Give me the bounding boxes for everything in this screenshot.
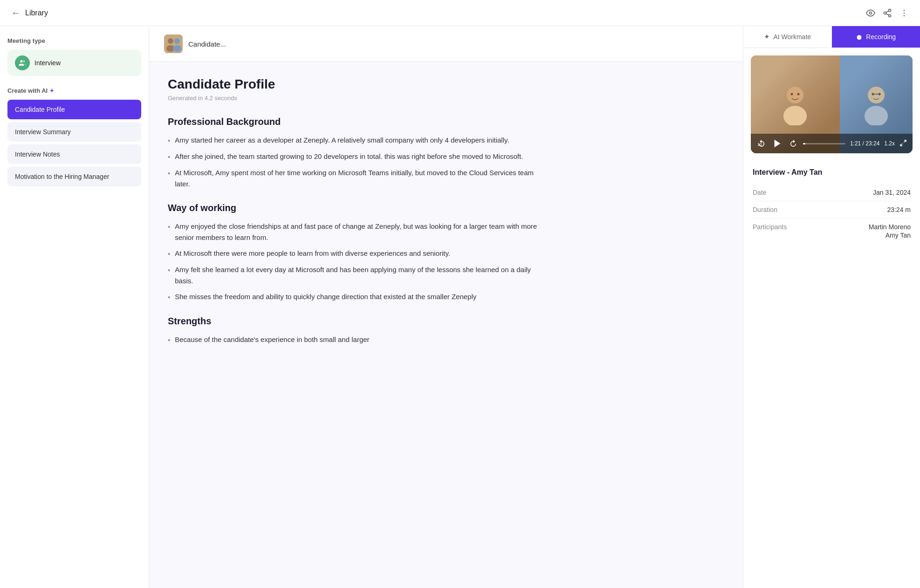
nav-interview-notes[interactable]: Interview Notes	[7, 144, 141, 164]
participants-label: Participants	[753, 223, 787, 231]
share-button[interactable]	[883, 8, 892, 18]
working-bullets: Amy enjoyed the close friendships at and…	[168, 221, 541, 303]
section-heading-working: Way of working	[168, 203, 541, 213]
strengths-bullets: Because of the candidate's experience in…	[168, 334, 541, 346]
content-area: Candidate... Candidate Profile Generated…	[149, 26, 743, 588]
svg-marker-25	[775, 140, 781, 148]
svg-point-2	[884, 12, 886, 14]
svg-point-9	[20, 60, 22, 62]
svg-point-19	[868, 87, 885, 103]
svg-point-20	[865, 106, 888, 125]
eye-icon	[866, 8, 875, 18]
svg-point-18	[797, 93, 800, 96]
header: ← Library	[0, 0, 920, 26]
recording-icon: ⏺	[856, 33, 863, 41]
eye-button[interactable]	[866, 8, 875, 18]
nav-interview-summary[interactable]: Interview Summary	[7, 122, 141, 142]
more-icon	[899, 8, 909, 18]
tab-ai-workmate-label: AI Workmate	[773, 33, 811, 41]
interview-details: Interview - Amy Tan Date Jan 31, 2024 Du…	[743, 161, 920, 251]
svg-point-8	[904, 15, 905, 16]
section-heading-professional: Professional Background	[168, 116, 541, 127]
share-icon	[883, 8, 892, 18]
bullet-item: Amy felt she learned a lot every day at …	[168, 264, 541, 287]
participants-value: Martin Moreno Amy Tan	[869, 223, 911, 239]
create-ai-section: Create with AI ✦ Candidate Profile Inter…	[7, 87, 141, 189]
fullscreen-button[interactable]	[899, 139, 907, 148]
svg-point-13	[174, 38, 180, 44]
panel-tabs: ✦ AI Workmate ⏺ Recording	[743, 26, 920, 48]
detail-row-participants: Participants Martin Moreno Amy Tan	[753, 219, 911, 244]
meeting-type-icon	[15, 55, 30, 70]
bullet-item: At Microsoft, Amy spent most of her time…	[168, 167, 541, 190]
duration-label: Duration	[753, 206, 777, 213]
video-container: 10 1:21 / 23:24 1.2x	[751, 55, 913, 153]
header-title: Library	[25, 9, 48, 17]
participant1: Martin Moreno	[869, 223, 911, 231]
svg-point-11	[168, 38, 173, 44]
duration-value: 23:24 m	[887, 206, 911, 213]
progress-fill	[803, 143, 805, 144]
svg-line-5	[886, 11, 889, 12]
nav-candidate-profile[interactable]: Candidate Profile	[7, 100, 141, 119]
date-label: Date	[753, 189, 767, 196]
play-button[interactable]	[771, 137, 783, 150]
more-button[interactable]	[899, 8, 909, 18]
meeting-type-label: Meeting type	[7, 37, 141, 44]
meeting-type-name: Interview	[34, 59, 61, 67]
rewind-button[interactable]: 10	[756, 138, 767, 149]
speed-button[interactable]: 1.2x	[884, 140, 895, 147]
candidate-header: Candidate...	[149, 26, 743, 62]
svg-point-3	[889, 14, 891, 17]
bullet-item: Amy started her career as a developer at…	[168, 135, 541, 146]
svg-line-4	[886, 14, 889, 15]
svg-line-27	[900, 144, 903, 146]
ai-workmate-icon: ✦	[764, 33, 770, 41]
detail-row-duration: Duration 23:24 m	[753, 201, 911, 219]
detail-row-date: Date Jan 31, 2024	[753, 184, 911, 201]
svg-line-26	[904, 140, 906, 143]
participant2: Amy Tan	[886, 232, 911, 239]
professional-bullets: Amy started her career as a developer at…	[168, 135, 541, 190]
section-heading-strengths: Strengths	[168, 316, 541, 327]
interview-title: Interview - Amy Tan	[753, 168, 911, 177]
progress-bar[interactable]	[803, 143, 845, 144]
sidebar: Meeting type Interview Create with AI ✦ …	[0, 26, 149, 588]
back-button[interactable]: ←	[11, 7, 21, 18]
date-value: Jan 31, 2024	[873, 189, 911, 196]
candidate-name: Candidate...	[188, 40, 226, 48]
video-controls: 10 1:21 / 23:24 1.2x	[751, 134, 913, 153]
svg-point-22	[878, 93, 880, 96]
header-actions	[866, 8, 909, 18]
svg-point-17	[791, 93, 793, 96]
header-left: ← Library	[11, 7, 48, 18]
time-display: 1:21 / 23:24	[850, 140, 879, 147]
tab-recording-label: Recording	[866, 33, 896, 41]
svg-point-7	[904, 12, 905, 14]
bullet-item: Amy enjoyed the close friendships at and…	[168, 221, 541, 243]
right-panel: ✦ AI Workmate ⏺ Recording	[743, 26, 920, 588]
candidate-avatar	[164, 34, 183, 53]
bullet-item: At Microsoft there were more people to l…	[168, 248, 541, 260]
svg-point-14	[173, 45, 181, 52]
svg-point-6	[904, 9, 905, 11]
article-content: Candidate Profile Generated in 4.2 secon…	[149, 62, 559, 374]
svg-point-16	[783, 106, 807, 125]
bullet-item: Because of the candidate's experience in…	[168, 334, 541, 346]
create-ai-label: Create with AI ✦	[7, 87, 141, 94]
svg-point-15	[787, 87, 803, 103]
bullet-item: After she joined, the team started growi…	[168, 151, 541, 163]
tab-recording[interactable]: ⏺ Recording	[832, 26, 920, 48]
ai-star-icon: ✦	[49, 88, 54, 94]
main-layout: Meeting type Interview Create with AI ✦ …	[0, 26, 920, 588]
nav-motivation[interactable]: Motivation to the Hiring Manager	[7, 167, 141, 186]
meeting-type-card: Interview	[7, 50, 141, 76]
article-meta: Generated in 4.2 seconds	[168, 95, 541, 102]
svg-point-21	[872, 93, 874, 96]
svg-point-1	[889, 9, 891, 11]
article-title: Candidate Profile	[168, 77, 541, 92]
tab-ai-workmate[interactable]: ✦ AI Workmate	[743, 26, 832, 48]
forward-button[interactable]	[788, 138, 798, 149]
back-icon: ←	[11, 7, 21, 18]
svg-point-0	[870, 12, 872, 14]
